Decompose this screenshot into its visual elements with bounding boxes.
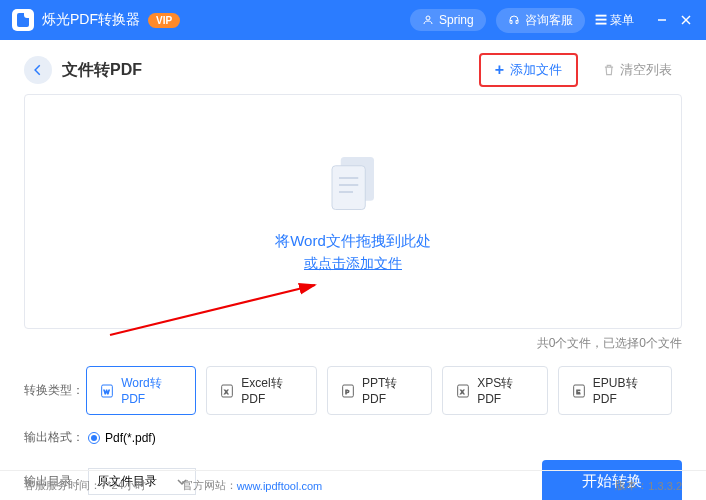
hours-label: 客服服务时间： [24,478,101,493]
convert-type-row: 转换类型： WWord转PDF XExcel转PDF PPPT转PDF XXPS… [24,366,682,415]
minimize-button[interactable] [654,12,670,28]
page-title: 文件转PDF [62,60,479,81]
type-xps[interactable]: XXPS转PDF [442,366,548,415]
headset-icon [508,14,520,26]
svg-point-0 [426,16,430,20]
format-label: 输出格式： [24,429,88,446]
dropzone-text: 将Word文件拖拽到此处 [275,232,431,251]
type-label: 转换类型： [24,382,86,399]
app-name: 烁光PDF转换器 [42,11,140,29]
footer: 客服服务时间： 7*24小时 官方网站： www.ipdftool.com 版本… [0,470,706,500]
type-excel[interactable]: XExcel转PDF [206,366,317,415]
type-word[interactable]: WWord转PDF [86,366,196,415]
page-header: 文件转PDF + 添加文件 清空列表 [24,46,682,94]
svg-text:X: X [460,388,464,394]
close-button[interactable] [678,12,694,28]
plus-icon: + [495,61,504,79]
menu-button[interactable]: ☰ 菜单 [595,12,634,29]
svg-text:W: W [104,388,110,394]
user-icon [422,14,434,26]
app-logo [12,9,34,31]
svg-line-9 [110,285,315,335]
version-label: 版本： [615,478,648,493]
version-value: 1.3.3.2 [648,480,682,492]
annotation-arrow [105,280,325,340]
support-pill[interactable]: 咨询客服 [496,8,585,33]
svg-rect-5 [332,166,365,210]
vip-badge: VIP [148,13,180,28]
drop-zone[interactable]: 将Word文件拖拽到此处 或点击添加文件 [24,94,682,329]
trash-icon [602,63,616,77]
user-pill[interactable]: Spring [410,9,486,31]
svg-text:X: X [225,388,229,394]
add-file-button[interactable]: + 添加文件 [479,53,578,87]
dropzone-link[interactable]: 或点击添加文件 [304,255,402,273]
svg-text:E: E [576,388,580,394]
site-label: 官方网站： [182,478,237,493]
type-ppt[interactable]: PPPT转PDF [327,366,432,415]
site-link[interactable]: www.ipdftool.com [237,480,323,492]
clear-list-button[interactable]: 清空列表 [592,55,682,85]
svg-text:P: P [345,388,349,394]
back-button[interactable] [24,56,52,84]
hours-value: 7*24小时 [101,478,146,493]
format-radio[interactable]: Pdf(*.pdf) [88,431,156,445]
titlebar: 烁光PDF转换器 VIP Spring 咨询客服 ☰ 菜单 [0,0,706,40]
arrow-left-icon [31,63,45,77]
type-epub[interactable]: EEPUB转PDF [558,366,672,415]
document-icon [318,150,388,220]
output-format-row: 输出格式： Pdf(*.pdf) [24,429,682,446]
